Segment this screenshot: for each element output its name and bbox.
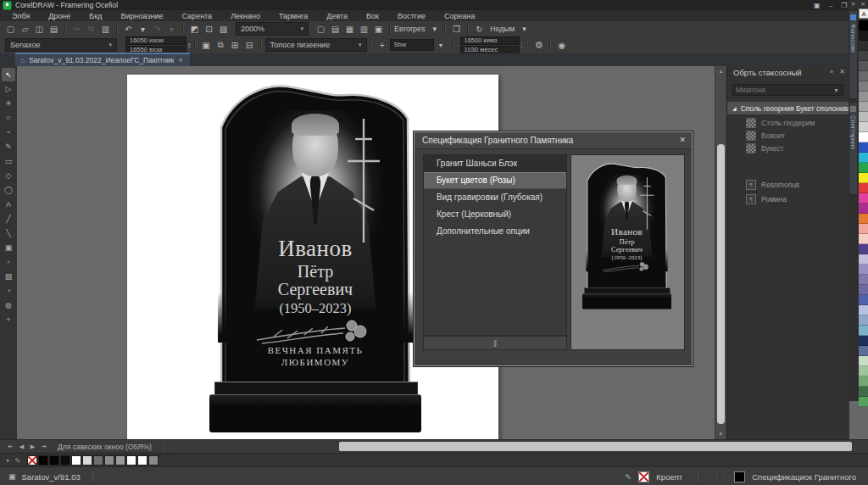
palette-color-swatch[interactable] <box>859 132 868 142</box>
new-document-icon[interactable]: ▢ <box>3 23 18 36</box>
paste-icon[interactable]: ▥ <box>98 23 113 36</box>
palette-color-swatch[interactable] <box>859 20 868 31</box>
object-tree-item[interactable]: ¶ Ромина <box>727 192 849 206</box>
palette-color-swatch[interactable] <box>859 163 868 173</box>
specification-item[interactable]: Дополнительные опции <box>424 223 566 240</box>
previous-page-button[interactable]: ◀ <box>16 443 27 450</box>
palette-color-swatch[interactable] <box>859 285 868 295</box>
shape-tool-icon[interactable]: ▷ <box>2 82 15 96</box>
specification-item[interactable]: Букет цветов (Розы) <box>424 172 566 189</box>
duplicate-icon[interactable]: ⧉ <box>214 39 228 52</box>
image-frame-tool-icon[interactable]: ▣ <box>2 241 15 254</box>
docker-search-box[interactable]: ▼ <box>732 84 843 96</box>
width-field[interactable]: 16500 кимз <box>460 36 520 45</box>
palette-flyout-icon[interactable]: ▸ <box>7 457 10 464</box>
palette-color-swatch[interactable] <box>859 183 868 193</box>
specification-item[interactable]: Гранит Шаньси Блэк <box>424 155 566 172</box>
palette-color-swatch[interactable] <box>859 234 868 244</box>
docker-tab-properties[interactable]: Фанасове <box>849 10 858 99</box>
rail-close-icon[interactable]: ✕ <box>851 1 856 8</box>
rectangle-tool-icon[interactable]: ▭ <box>2 154 15 168</box>
export-for-dropdown[interactable]: Eerorpes ▾ <box>394 23 441 35</box>
export-icon[interactable]: ▨ <box>216 23 231 36</box>
outline-color-swatch[interactable] <box>638 471 649 482</box>
document-color-swatch[interactable] <box>27 455 37 465</box>
palette-close-icon[interactable]: ✕ <box>860 1 865 8</box>
window-menu-icon[interactable]: ▣ <box>814 2 821 9</box>
docker-tab-objects[interactable]: Спнгтчрння <box>849 102 858 195</box>
drawing-canvas[interactable]: Иванов Пётр Сергеевич (1950–2023) <box>17 66 715 439</box>
height-field[interactable]: 1030 месес <box>460 46 520 54</box>
palette-color-swatch[interactable] <box>859 142 868 153</box>
palette-color-swatch[interactable] <box>859 315 868 326</box>
spin-down-icon[interactable]: – <box>521 45 524 48</box>
restore-button[interactable]: ❐ <box>841 2 847 9</box>
search-input[interactable] <box>733 86 833 94</box>
document-color-swatch[interactable] <box>93 455 103 465</box>
page-frame-icon[interactable]: ▣ <box>199 39 214 52</box>
polygon-tool-icon[interactable]: ◇ <box>2 169 15 182</box>
group-icon[interactable]: ⊞ <box>228 39 242 52</box>
document-color-swatch[interactable] <box>60 455 70 465</box>
cut-icon[interactable]: ✂ <box>70 23 84 36</box>
palette-color-swatch[interactable] <box>859 387 868 397</box>
palette-color-swatch[interactable] <box>859 397 868 407</box>
more-tools-button[interactable]: + <box>2 313 15 326</box>
palette-color-swatch[interactable] <box>859 336 868 346</box>
page-view-icon[interactable]: ▤ <box>328 23 342 36</box>
document-color-swatch[interactable] <box>38 455 48 465</box>
menu-item[interactable]: Бкд <box>89 12 102 20</box>
nudge-icon[interactable]: + <box>376 39 390 52</box>
palette-color-swatch[interactable] <box>859 61 868 71</box>
close-tab-icon[interactable]: ✕ <box>178 57 183 64</box>
palette-color-swatch[interactable] <box>859 254 868 265</box>
units-lock-icon[interactable]: ▼ <box>434 39 448 52</box>
welcome-dropdown[interactable]: ↻ Недым ▾ <box>472 23 531 36</box>
palette-color-swatch[interactable] <box>859 214 868 224</box>
palette-color-swatch[interactable] <box>859 71 868 81</box>
menu-item[interactable]: Востгие <box>398 12 426 20</box>
open-icon[interactable]: ▱ <box>18 23 32 36</box>
object-tree-item[interactable]: Букест <box>727 142 849 154</box>
menu-item[interactable]: Лекнано <box>231 12 260 20</box>
crop-tool-icon[interactable]: ✳ <box>2 97 15 110</box>
palette-color-swatch[interactable] <box>859 203 868 214</box>
menu-item[interactable]: Элбя <box>12 12 30 20</box>
minimize-button[interactable]: – <box>829 2 832 9</box>
redo-dropdown-icon[interactable]: ▾ <box>164 23 179 36</box>
full-screen-preview-icon[interactable]: ▢ <box>314 23 328 36</box>
scroll-up-icon[interactable]: ▲ <box>715 66 726 76</box>
save-icon[interactable]: ◫ <box>32 23 47 36</box>
vertical-scrollbar[interactable]: ▲ ▼ <box>715 66 726 439</box>
multipage-view-icon[interactable]: ▥ <box>357 23 371 36</box>
document-color-swatch[interactable] <box>82 455 92 465</box>
zoom-tool-icon[interactable]: ○ <box>2 111 15 125</box>
splitter-grip-icon[interactable]: ⋮⋮ <box>162 443 174 450</box>
monument-design[interactable]: Иванов Пётр Сергеевич (1950–2023) <box>209 80 421 432</box>
palette-color-swatch[interactable] <box>859 102 868 112</box>
palette-color-swatch[interactable] <box>859 224 868 234</box>
palette-color-swatch[interactable] <box>859 295 868 305</box>
text-tool-icon[interactable]: A <box>2 198 15 211</box>
document-color-swatch[interactable] <box>71 455 81 465</box>
menu-item[interactable]: Вирноазние <box>120 12 163 20</box>
preset-select[interactable]: Senaxoe ▾ <box>5 38 117 52</box>
palette-color-swatch[interactable] <box>859 173 868 183</box>
palette-color-swatch[interactable] <box>859 356 868 366</box>
x-position-field[interactable]: 16050 изом <box>125 36 186 45</box>
object-tree-item[interactable]: ¶ Resomonus <box>727 177 849 192</box>
specification-item[interactable]: Вид гравировки (Глубокая) <box>424 189 566 206</box>
spin-down-icon[interactable]: ▾ <box>188 45 191 48</box>
engraving-mode-select[interactable]: Топосе пизеение ▾ <box>265 38 367 52</box>
palette-color-swatch[interactable] <box>859 31 868 41</box>
docker-collapse-icon[interactable]: » <box>830 68 833 75</box>
dimension-tool-icon[interactable]: ╲ <box>2 226 15 240</box>
gear-icon[interactable]: ⚙ <box>531 39 546 52</box>
next-page-button[interactable]: ▶ <box>27 443 38 450</box>
import-icon[interactable]: ⊡ <box>202 23 216 36</box>
document-color-swatch[interactable] <box>137 455 147 465</box>
palette-color-swatch[interactable] <box>859 376 868 387</box>
eyedropper-tool-icon[interactable]: ◔ <box>2 284 15 298</box>
palette-color-swatch[interactable] <box>859 346 868 356</box>
palette-color-swatch[interactable] <box>859 153 868 163</box>
